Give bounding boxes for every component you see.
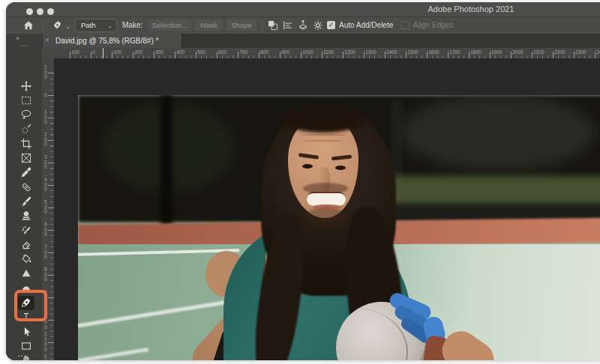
horizontal-ruler[interactable]: 1000100200300400500600700800900100011001… — [54, 48, 600, 59]
h-ruler-label: 500 — [197, 49, 206, 55]
v-ruler-label: 6 0 0 — [44, 222, 47, 237]
v-ruler-label: 0 — [44, 93, 47, 98]
close-tab-icon[interactable]: × — [45, 36, 50, 44]
man-chin-stubble — [306, 207, 346, 225]
h-ruler-label: 1400 — [386, 49, 397, 55]
close-button[interactable] — [26, 8, 33, 15]
v-ruler-label: 5 0 0 — [44, 200, 47, 215]
h-ruler-label: 1200 — [344, 49, 355, 55]
document-tab-title: David.jpg @ 75,8% (RGB/8#) * — [56, 37, 158, 45]
path-arrangement-icon[interactable] — [297, 19, 309, 31]
h-ruler-label: 300 — [155, 49, 164, 55]
eraser-tool[interactable] — [18, 237, 34, 252]
h-ruler-label: 0 — [92, 49, 95, 55]
h-ruler-label: 100 — [71, 49, 80, 55]
man-eye-right — [335, 166, 346, 170]
path-selection-tool[interactable] — [18, 324, 34, 339]
make-mask-button[interactable]: Mask — [195, 19, 223, 31]
separator — [43, 20, 44, 31]
man-forehead-line — [300, 134, 345, 136]
h-ruler-label: 100 — [113, 49, 122, 55]
zoom-window-button[interactable] — [47, 8, 54, 15]
h-ruler-label: 1700 — [449, 49, 460, 55]
home-icon[interactable] — [22, 19, 34, 31]
align-edges-label[interactable]: Align Edges — [413, 21, 453, 29]
make-label: Make: — [122, 21, 142, 29]
title-bar[interactable]: Adobe Photoshop 2021 — [6, 2, 600, 17]
v-ruler-label: 1 2 0 0 — [44, 354, 47, 360]
man-eye-left — [302, 164, 313, 169]
document-tab[interactable]: × David.jpg @ 75,8% (RGB/8#) * — [38, 34, 182, 48]
separator — [262, 20, 262, 31]
man-forehead-line — [302, 140, 344, 142]
healing-brush-tool[interactable] — [18, 180, 34, 194]
make-shape-button[interactable]: Shape — [226, 19, 256, 31]
chevron-down-icon: ⌄ — [107, 20, 112, 32]
canvas-area[interactable] — [54, 58, 600, 360]
photo-tree-trunk — [160, 95, 172, 227]
document-image[interactable] — [78, 95, 600, 360]
h-ruler-label: 2400 — [596, 49, 600, 55]
h-ruler-label: 2100 — [533, 49, 544, 55]
h-ruler-label: 2000 — [512, 49, 523, 55]
chevron-down-icon[interactable]: ⌄ — [65, 23, 70, 30]
v-ruler-label: 3 0 0 — [44, 155, 47, 170]
path-alignment-icon[interactable] — [282, 19, 294, 31]
frame-tool[interactable] — [18, 151, 34, 166]
h-ruler-label: 400 — [176, 49, 184, 55]
v-ruler-label: 7 0 0 — [44, 245, 47, 260]
h-ruler-label: 1300 — [365, 49, 376, 55]
man-hair-fringe — [282, 106, 364, 133]
h-ruler-label: 600 — [218, 49, 226, 55]
tool-mode-value: Path — [76, 21, 96, 29]
paint-bucket-tool[interactable] — [18, 252, 34, 267]
lasso-tool[interactable] — [18, 108, 34, 122]
history-brush-tool[interactable] — [18, 223, 34, 237]
path-operations-icon[interactable] — [267, 19, 279, 31]
blur-tool[interactable] — [18, 267, 34, 281]
move-tool[interactable] — [18, 79, 34, 93]
v-ruler-label: 4 0 0 — [44, 178, 47, 192]
shape-tool[interactable] — [18, 339, 34, 353]
h-ruler-label: 1600 — [428, 49, 439, 55]
hand-tool[interactable] — [18, 354, 34, 360]
auto-add-delete-checkbox[interactable]: ✓ — [327, 21, 335, 29]
h-ruler-label: 1900 — [491, 49, 502, 55]
v-ruler-label: 1 0 0 — [44, 110, 47, 125]
v-ruler-label: 8 0 0 — [44, 267, 47, 282]
v-ruler-label: 2 0 0 — [44, 133, 47, 148]
pen-tool-preset-icon[interactable] — [51, 19, 63, 31]
h-ruler-label: 1000 — [302, 49, 313, 55]
tools-panel: » ••• — [6, 34, 43, 360]
tool-mode-select[interactable]: Path ⌄ — [75, 19, 117, 32]
gear-icon[interactable] — [312, 19, 324, 31]
h-ruler-label: 2300 — [575, 49, 586, 55]
document-tab-bar: × David.jpg @ 75,8% (RGB/8#) * — [36, 34, 600, 49]
panel-drag-handle[interactable] — [20, 45, 28, 46]
window-title: Adobe Photoshop 2021 — [404, 4, 538, 13]
collapse-panel-button[interactable]: » — [16, 34, 20, 42]
crop-tool[interactable] — [18, 136, 34, 151]
photo-tree-blob — [400, 95, 596, 170]
photoshop-window: Adobe Photoshop 2021 ⌄ Path ⌄ Make: Sele… — [6, 2, 600, 360]
rectangular-marquee-tool[interactable] — [18, 93, 34, 107]
brush-tool[interactable] — [18, 194, 34, 208]
eyedropper-tool[interactable] — [18, 166, 34, 180]
h-ruler-label: 1100 — [323, 49, 334, 55]
options-bar: ⌄ Path ⌄ Make: Selection... Mask Shape ✓… — [6, 17, 600, 34]
h-ruler-label: 200 — [134, 49, 142, 55]
object-selection-tool[interactable] — [18, 122, 34, 136]
ruler-corner — [42, 48, 55, 59]
h-ruler-label: 700 — [239, 49, 248, 55]
v-ruler-label: 1 0 0 — [44, 65, 47, 80]
minimize-button[interactable] — [37, 8, 44, 15]
auto-add-delete-label[interactable]: Auto Add/Delete — [339, 21, 393, 29]
h-ruler-label: 1500 — [407, 49, 418, 55]
align-edges-checkbox[interactable] — [401, 21, 410, 29]
make-selection-button[interactable]: Selection... — [148, 19, 191, 31]
v-ruler-label: 1 1 0 0 — [44, 332, 47, 352]
clone-stamp-tool[interactable] — [18, 209, 34, 223]
h-ruler-label: 900 — [281, 49, 290, 55]
h-ruler-label: 800 — [260, 49, 268, 55]
pen-tool-highlight — [14, 290, 47, 321]
